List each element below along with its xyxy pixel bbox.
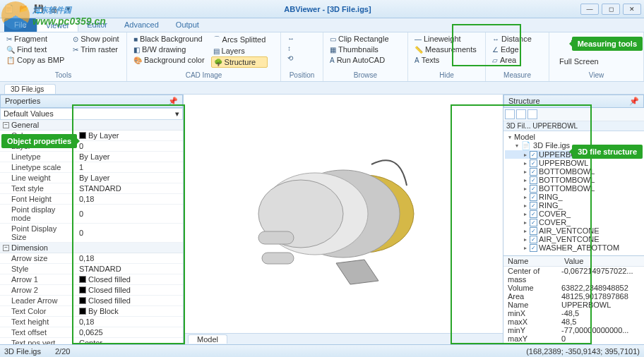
prop-row[interactable]: LinetypeBy Layer [0, 152, 183, 162]
detail-value-header: Value [560, 256, 588, 266]
close-button[interactable]: ✕ [623, 4, 641, 15]
props-selector[interactable]: Default Values▾ [0, 108, 183, 120]
tree-item[interactable]: ▸✓ UPPERBOWL [505, 159, 643, 167]
group-view-label: View [554, 71, 639, 80]
detail-row: maxY0 [503, 334, 644, 343]
area-button[interactable]: ▱ Area [490, 55, 534, 65]
prop-row[interactable]: Text styleSTANDARD [0, 183, 183, 194]
tree-item[interactable]: ▸✓ BOTTOMBOWL [505, 184, 643, 193]
prop-section[interactable]: −General [0, 120, 183, 131]
svg-rect-4 [258, 231, 294, 244]
copy-bmp-button[interactable]: 📋 Copy as BMP [4, 55, 66, 65]
bw-drawing-button[interactable]: ◧ B/W drawing [131, 44, 207, 54]
tree-root[interactable]: ▾Model [505, 133, 643, 141]
prop-row[interactable]: Font Height0,18 [0, 194, 183, 205]
edge-button[interactable]: ∠ Edge [490, 44, 534, 54]
tb-icon-1[interactable] [505, 109, 515, 119]
prop-section[interactable]: −Dimension [0, 243, 183, 253]
viewport[interactable]: Model [184, 95, 503, 344]
prop-row[interactable]: Line weightBy Layer [0, 173, 183, 183]
3d-view[interactable] [184, 95, 503, 333]
tree-item[interactable]: ▸✓ COVER_ [505, 218, 643, 226]
structure-header: Structure📌 [503, 95, 644, 108]
callout-props: Object properties [1, 134, 77, 148]
fragment-button[interactable]: ✂ Fragment [4, 34, 66, 44]
detail-row: maxX48,5 [503, 317, 644, 326]
tree-item[interactable]: ▸✓ RING_ [505, 201, 643, 210]
distance-button[interactable]: ↔ Distance [490, 34, 534, 44]
arcs-button[interactable]: ⌒ Arcs Splitted [211, 34, 268, 45]
callout-measure: Measuring tools [572, 37, 643, 51]
structure-toolbar [503, 108, 644, 121]
properties-header: Properties📌 [0, 95, 183, 108]
bg-color-button[interactable]: 🎨 Background color [131, 55, 207, 65]
pin-icon[interactable]: 📌 [629, 97, 639, 106]
tab-output[interactable]: Output [167, 18, 208, 32]
prop-row[interactable]: Text offset0,0625 [0, 327, 183, 338]
tb-icon-2[interactable] [516, 109, 526, 119]
prop-row[interactable]: Point display mode0 [0, 205, 183, 224]
tree-item[interactable]: ▸✓ BOTTOMBOWL [505, 167, 643, 176]
statusbar: 3D File.igs 2/20 (168,2389; -350,9143; 3… [0, 344, 644, 357]
document-tabs: 3D File.igs [0, 82, 644, 95]
structure-breadcrumb[interactable]: 3D Fil... UPPERBOWL [503, 121, 644, 131]
pin-icon[interactable]: 📌 [168, 97, 178, 106]
detail-row: Center of mass-0,0672149757022... [503, 267, 644, 284]
tree-item[interactable]: ▸✓ BOTTOMBOWL [505, 176, 643, 184]
model-tab[interactable]: Model [188, 334, 227, 344]
properties-panel: Properties📌 Default Values▾ −GeneralColo… [0, 95, 184, 344]
tab-advanced[interactable]: Advanced [116, 18, 167, 32]
prop-row[interactable]: Text height0,18 [0, 317, 183, 327]
tree-item[interactable]: ▸✓ WASHER_ATBOTTOM [505, 243, 643, 252]
prop-row[interactable]: Arrow size0,18 [0, 253, 183, 264]
texts-button[interactable]: A Texts [412, 55, 479, 65]
prop-row[interactable]: Point Display Size0 [0, 224, 183, 243]
dropdown-icon: ▾ [175, 109, 179, 119]
trim-raster-button[interactable]: ✂ Trim raster [71, 44, 121, 54]
detail-name-header: Name [503, 256, 560, 266]
tree-item[interactable]: ▸✓ AIR_VENTCONE [505, 226, 643, 235]
prop-row[interactable]: Linetype scale1 [0, 162, 183, 173]
detail-panel: Name Value Center of mass-0,067214975702… [503, 255, 644, 344]
watermark: 河东软件园 www.pc0359.cn [1, 1, 106, 30]
measurements-button[interactable]: 📏 Measurements [412, 44, 479, 54]
show-point-button[interactable]: ⊙ Show point [71, 34, 121, 44]
group-hide-label: Hide [412, 71, 481, 80]
tree-item[interactable]: ▸✓ AIR_VENTCONE [505, 235, 643, 243]
tree-item[interactable]: ▸✓ COVER_ [505, 210, 643, 218]
prop-row[interactable]: Text pos vertCenter [0, 338, 183, 344]
tb-icon-3[interactable] [527, 109, 537, 119]
prop-row[interactable]: StyleSTANDARD [0, 264, 183, 274]
detail-row: NameUPPERBOWL [503, 301, 644, 309]
tree-item[interactable]: ▸✓ RING_ [505, 193, 643, 201]
pos-btn3[interactable]: ⟲ [285, 54, 297, 63]
clip-rect-button[interactable]: ▭ Clip Rectangle [328, 34, 391, 44]
model-render [223, 122, 463, 305]
structure-button[interactable]: 🌳 Structure [211, 56, 268, 68]
group-cad-label: CAD Image [131, 71, 276, 80]
layers-button[interactable]: ▤ Layers [211, 46, 268, 56]
black-bg-button[interactable]: ■ Black Background [131, 34, 207, 44]
prop-row[interactable]: Leader ArrowClosed filled [0, 296, 183, 306]
prop-row[interactable]: Text ColorBy Block [0, 306, 183, 317]
callout-structure: 3D file structure [572, 145, 643, 159]
pos-btn2[interactable]: ↕ [285, 44, 297, 53]
detail-row: Volume63822,2348948852 [503, 284, 644, 292]
thumbnails-button[interactable]: ▦ Thumbnails [328, 44, 391, 54]
prop-row[interactable]: Arrow 1Closed filled [0, 274, 183, 285]
model-tabs: Model [184, 333, 503, 344]
find-text-button[interactable]: 🔍 Find text [4, 44, 66, 54]
doc-tab-3dfile[interactable]: 3D File.igs [4, 84, 56, 94]
group-position-label: Position [285, 71, 318, 80]
status-coords: (168,2389; -350,9143; 395,7101) [526, 347, 640, 356]
watermark-logo-icon [1, 1, 30, 30]
prop-row[interactable]: Arrow 2Closed filled [0, 285, 183, 296]
minimize-button[interactable]: — [580, 4, 599, 15]
structure-panel: Structure📌 3D Fil... UPPERBOWL ▾Model▾📄 … [503, 95, 644, 344]
status-file: 3D File.igs [4, 347, 41, 356]
maximize-button[interactable]: ◻ [602, 4, 620, 15]
autocad-button[interactable]: A Run AutoCAD [328, 55, 391, 65]
lineweight-button[interactable]: — Lineweight [412, 34, 479, 44]
detail-row: Area48125,9017897868 [503, 292, 644, 301]
pos-btn1[interactable]: ↔ [285, 34, 297, 43]
